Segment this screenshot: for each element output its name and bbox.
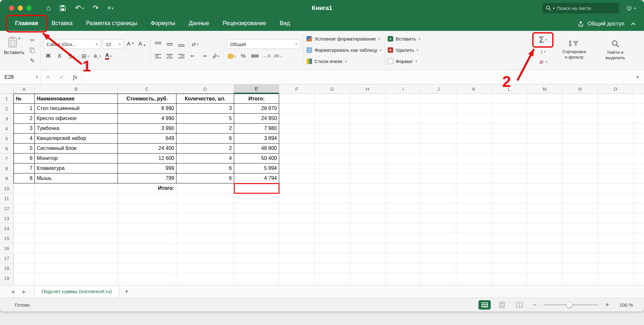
cell-D18[interactable] xyxy=(176,263,234,273)
cell-F15[interactable] xyxy=(279,233,315,243)
row-header-13[interactable]: 13 xyxy=(0,213,14,223)
cell-B6[interactable]: Системный блок xyxy=(35,144,118,153)
cell-E15[interactable] xyxy=(234,233,279,243)
cell-I2[interactable] xyxy=(385,104,421,114)
cell-H2[interactable] xyxy=(350,104,385,114)
cell-D6[interactable]: 2 xyxy=(176,144,234,153)
cell-B14[interactable] xyxy=(35,223,118,233)
normal-view-button[interactable] xyxy=(478,300,491,310)
cell-K16[interactable] xyxy=(456,243,492,253)
collapse-ribbon-chevron[interactable] xyxy=(631,22,636,25)
comma-format-button[interactable]: 000 xyxy=(250,51,260,61)
row-header-11[interactable]: 11 xyxy=(0,193,14,203)
cell-G2[interactable] xyxy=(315,104,350,114)
cell-J15[interactable] xyxy=(421,233,456,243)
cell-B2[interactable]: Стол письменный xyxy=(35,104,118,114)
cell-M14[interactable] xyxy=(527,223,563,233)
tab-page-layout[interactable]: Разметка страницы xyxy=(79,16,144,31)
cell-H15[interactable] xyxy=(350,233,385,243)
cell-J9[interactable] xyxy=(421,173,456,183)
cell-O10[interactable] xyxy=(598,183,633,193)
cell-J14[interactable] xyxy=(421,223,456,233)
cell-A10[interactable] xyxy=(14,183,35,193)
cell-E2[interactable]: 26 970 xyxy=(234,104,279,114)
cell-E9[interactable]: 4 794 xyxy=(234,173,279,183)
underline-button[interactable]: Ч▾ xyxy=(67,51,76,61)
sheet-tab-active[interactable]: Подсчет суммы (microexcel.ru) xyxy=(34,285,119,298)
cell-A13[interactable] xyxy=(14,213,35,223)
cell-J4[interactable] xyxy=(421,124,456,134)
align-top-button[interactable] xyxy=(153,39,163,49)
row-header-4[interactable]: 4 xyxy=(0,124,14,134)
cell-G4[interactable] xyxy=(315,124,350,134)
cell-M7[interactable] xyxy=(527,153,563,163)
home-icon[interactable]: ⌂ xyxy=(46,4,51,12)
cell-C2[interactable]: 8 990 xyxy=(118,104,176,114)
cell-L9[interactable] xyxy=(492,173,527,183)
cell-F4[interactable] xyxy=(279,124,315,134)
cell-O19[interactable] xyxy=(598,273,633,283)
cell-J13[interactable] xyxy=(421,213,456,223)
cell-I18[interactable] xyxy=(385,263,421,273)
cell-E4[interactable]: 7 980 xyxy=(234,124,279,134)
cell-E16[interactable] xyxy=(234,243,279,253)
cell-K6[interactable] xyxy=(456,144,492,153)
cell-I15[interactable] xyxy=(385,233,421,243)
tab-insert[interactable]: Вставка xyxy=(45,16,79,31)
cell-L17[interactable] xyxy=(492,253,527,263)
column-header-E[interactable]: E xyxy=(234,84,279,94)
cell-K17[interactable] xyxy=(456,253,492,263)
cell-D9[interactable]: 6 xyxy=(176,173,234,183)
cell-K11[interactable] xyxy=(456,193,492,203)
cell-D7[interactable]: 4 xyxy=(176,153,234,163)
cell-O4[interactable] xyxy=(598,124,633,134)
share-label[interactable]: Общий доступ xyxy=(588,21,624,27)
cell-B16[interactable] xyxy=(35,243,118,253)
copy-button[interactable] xyxy=(28,46,37,55)
cell-K15[interactable] xyxy=(456,233,492,243)
cell-E11[interactable] xyxy=(234,193,279,203)
cell-I9[interactable] xyxy=(385,173,421,183)
cell-F13[interactable] xyxy=(279,213,315,223)
cell-O13[interactable] xyxy=(598,213,633,223)
cell-J5[interactable] xyxy=(421,134,456,144)
cell-K18[interactable] xyxy=(456,263,492,273)
tab-data[interactable]: Данные xyxy=(182,16,216,31)
cell-O20[interactable] xyxy=(598,283,633,285)
cell-A20[interactable] xyxy=(14,283,35,285)
cell-A18[interactable] xyxy=(14,263,35,273)
align-right-button[interactable] xyxy=(176,51,186,61)
cell-G10[interactable] xyxy=(315,183,350,193)
column-header-D[interactable]: D xyxy=(176,84,234,94)
cell-F19[interactable] xyxy=(279,273,315,283)
cell-B11[interactable] xyxy=(35,193,118,203)
cell-F18[interactable] xyxy=(279,263,315,273)
cell-M16[interactable] xyxy=(527,243,563,253)
cell-L14[interactable] xyxy=(492,223,527,233)
page-break-view-button[interactable] xyxy=(513,300,526,310)
cell-O9[interactable] xyxy=(598,173,633,183)
zoom-slider-knob[interactable] xyxy=(566,302,572,308)
tab-review[interactable]: Рецензирование xyxy=(216,16,273,31)
cell-K3[interactable] xyxy=(456,114,492,124)
tab-home[interactable]: Главная xyxy=(8,16,45,31)
column-header-B[interactable]: B xyxy=(35,84,118,94)
cell-E13[interactable] xyxy=(234,213,279,223)
align-middle-button[interactable] xyxy=(165,39,175,49)
cell-O16[interactable] xyxy=(598,243,633,253)
cell-J18[interactable] xyxy=(421,263,456,273)
cell-H14[interactable] xyxy=(350,223,385,233)
align-left-button[interactable] xyxy=(153,51,163,61)
row-header-7[interactable]: 7 xyxy=(0,153,14,163)
cell-M12[interactable] xyxy=(527,203,563,213)
cell-L6[interactable] xyxy=(492,144,527,153)
row-header-8[interactable]: 8 xyxy=(0,163,14,173)
cell-D5[interactable]: 6 xyxy=(176,134,234,144)
search-scope-caret[interactable]: ▾ xyxy=(553,6,555,10)
cell-L13[interactable] xyxy=(492,213,527,223)
cell-L3[interactable] xyxy=(492,114,527,124)
cell-I14[interactable] xyxy=(385,223,421,233)
delete-cells-button[interactable]: × Удалить▾ xyxy=(388,45,421,55)
cell-F12[interactable] xyxy=(279,203,315,213)
fill-button[interactable]: ↓▾ xyxy=(534,47,552,57)
